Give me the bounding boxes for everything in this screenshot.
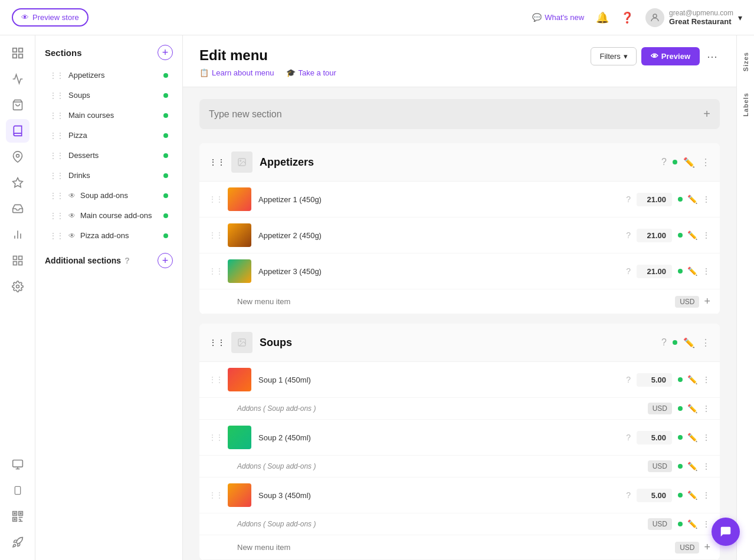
- item-drag-handle[interactable]: ⋮⋮: [209, 491, 223, 499]
- whats-new-button[interactable]: 💬 What's new: [532, 13, 584, 22]
- topbar-right: 💬 What's new 🔔 ❓ great@upmenu.com Great …: [532, 8, 742, 27]
- chevron-down-icon: ▾: [738, 13, 742, 22]
- nav-settings[interactable]: [6, 275, 29, 298]
- more-options-icon[interactable]: ⋮: [702, 266, 710, 276]
- user-menu[interactable]: great@upmenu.com Great Restaurant ▾: [645, 8, 742, 27]
- item-drag-handle[interactable]: ⋮⋮: [209, 375, 223, 384]
- nav-favorites[interactable]: [6, 171, 29, 195]
- nav-reports[interactable]: [6, 223, 29, 246]
- learn-about-menu-link[interactable]: 📋 Learn about menu: [199, 68, 274, 77]
- nav-logo[interactable]: [6, 41, 29, 65]
- sizes-label[interactable]: Sizes: [740, 47, 752, 76]
- more-options-icon[interactable]: ⋮: [701, 337, 710, 348]
- filters-button[interactable]: Filters ▾: [591, 47, 636, 65]
- more-options-icon[interactable]: ⋮: [702, 230, 710, 240]
- take-a-tour-link[interactable]: 🎓 Take a tour: [286, 68, 336, 77]
- section-drag-handle[interactable]: ⋮⋮: [209, 338, 225, 347]
- edit-icon[interactable]: ✏️: [687, 433, 697, 442]
- help-circle-icon[interactable]: ?: [661, 157, 667, 167]
- add-section-button[interactable]: +: [158, 45, 173, 60]
- sidebar-item-left: ⋮⋮ Pizza: [50, 131, 87, 140]
- new-item-input[interactable]: [237, 543, 675, 552]
- nav-menu[interactable]: [6, 119, 29, 143]
- nav-mobile[interactable]: [6, 479, 29, 502]
- more-options-icon[interactable]: ⋮: [702, 433, 710, 442]
- item-help-icon[interactable]: ?: [626, 433, 631, 442]
- edit-icon[interactable]: ✏️: [687, 462, 697, 471]
- nav-store[interactable]: [6, 93, 29, 117]
- addon-row: Addons ( Soup add-ons ) USD ✏️ ⋮: [199, 456, 720, 477]
- add-additional-section-button[interactable]: +: [158, 253, 173, 268]
- edit-icon[interactable]: ✏️: [687, 519, 697, 529]
- addon-currency: USD: [648, 460, 672, 472]
- more-options-icon[interactable]: ⋮: [702, 195, 710, 204]
- item-image: [228, 368, 251, 391]
- edit-icon[interactable]: ✏️: [687, 404, 697, 413]
- sidebar-item-pizza-addons[interactable]: ⋮⋮ 👁 Pizza add-ons: [40, 226, 178, 245]
- megaphone-icon: 💬: [532, 13, 542, 22]
- new-section-bar: +: [199, 99, 720, 129]
- more-options-icon[interactable]: ⋮: [702, 404, 710, 413]
- preview-button[interactable]: 👁 Preview: [641, 47, 700, 65]
- nav-analytics[interactable]: [6, 67, 29, 91]
- edit-icon[interactable]: ✏️: [687, 230, 697, 240]
- item-drag-handle[interactable]: ⋮⋮: [209, 433, 223, 442]
- help-circle-icon[interactable]: ?: [124, 256, 130, 265]
- new-menu-item-row: USD +: [199, 289, 720, 314]
- item-help-icon[interactable]: ?: [626, 375, 631, 384]
- chat-button[interactable]: [712, 518, 740, 546]
- edit-icon[interactable]: ✏️: [687, 490, 697, 500]
- new-section-input[interactable]: [209, 109, 703, 120]
- nav-widgets[interactable]: [6, 249, 29, 272]
- more-options-icon[interactable]: ⋮: [702, 490, 710, 500]
- more-options-icon[interactable]: ⋮: [702, 462, 710, 471]
- item-drag-handle[interactable]: ⋮⋮: [209, 267, 223, 275]
- section-drag-handle[interactable]: ⋮⋮: [209, 157, 225, 167]
- item-drag-handle[interactable]: ⋮⋮: [209, 231, 223, 239]
- addon-row: Addons ( Soup add-ons ) USD ✏️ ⋮: [199, 398, 720, 420]
- nav-qr[interactable]: [6, 505, 29, 528]
- sidebar-item-desserts[interactable]: ⋮⋮ Desserts: [40, 146, 178, 165]
- notifications-bell-icon[interactable]: 🔔: [596, 11, 609, 24]
- help-circle-icon[interactable]: ❓: [621, 11, 634, 24]
- more-options-icon[interactable]: ⋮: [702, 375, 710, 384]
- new-item-input[interactable]: [237, 297, 675, 306]
- nav-promotions[interactable]: [6, 197, 29, 220]
- page-header-right: Filters ▾ 👁 Preview ⋯: [591, 47, 720, 65]
- svg-rect-19: [15, 486, 20, 494]
- edit-icon[interactable]: ✏️: [683, 337, 695, 348]
- labels-label[interactable]: Labels: [740, 88, 752, 121]
- item-image: [228, 187, 251, 211]
- edit-icon[interactable]: ✏️: [683, 157, 695, 168]
- sidebar-item-drinks[interactable]: ⋮⋮ Drinks: [40, 166, 178, 185]
- sidebar-item-pizza[interactable]: ⋮⋮ Pizza: [40, 126, 178, 145]
- sidebar-item-appetizers[interactable]: ⋮⋮ Appetizers: [40, 65, 178, 85]
- item-image: [228, 223, 251, 247]
- nav-rocket[interactable]: [6, 531, 29, 554]
- menu-area: + ⋮⋮ Appetizers ? ✏️ ⋮: [183, 87, 736, 560]
- add-menu-item-button[interactable]: +: [704, 541, 710, 554]
- edit-icon[interactable]: ✏️: [687, 195, 697, 204]
- sidebar-item-left: ⋮⋮ 👁 Pizza add-ons: [50, 231, 129, 240]
- nav-location[interactable]: [6, 145, 29, 169]
- item-drag-handle[interactable]: ⋮⋮: [209, 195, 223, 203]
- add-new-section-button[interactable]: +: [703, 107, 710, 121]
- nav-monitor[interactable]: [6, 453, 29, 476]
- edit-icon[interactable]: ✏️: [687, 266, 697, 276]
- sidebar-item-main-course-addons[interactable]: ⋮⋮ 👁 Main course add-ons: [40, 206, 178, 225]
- tour-label: Take a tour: [299, 68, 336, 77]
- edit-icon[interactable]: ✏️: [687, 375, 697, 384]
- add-menu-item-button[interactable]: +: [704, 295, 710, 308]
- more-options-icon[interactable]: ⋮: [701, 157, 710, 168]
- item-help-icon[interactable]: ?: [626, 230, 631, 240]
- sidebar-item-main-courses[interactable]: ⋮⋮ Main courses: [40, 106, 178, 125]
- help-circle-icon[interactable]: ?: [661, 337, 667, 348]
- item-help-icon[interactable]: ?: [626, 490, 631, 500]
- more-options-button[interactable]: ⋯: [704, 48, 720, 65]
- more-options-icon[interactable]: ⋮: [702, 519, 710, 529]
- sidebar-item-soup-addons[interactable]: ⋮⋮ 👁 Soup add-ons: [40, 186, 178, 205]
- sidebar-item-soups[interactable]: ⋮⋮ Soups: [40, 85, 178, 105]
- item-help-icon[interactable]: ?: [626, 266, 631, 276]
- item-help-icon[interactable]: ?: [626, 195, 631, 204]
- preview-store-button[interactable]: 👁 Preview store: [12, 8, 88, 27]
